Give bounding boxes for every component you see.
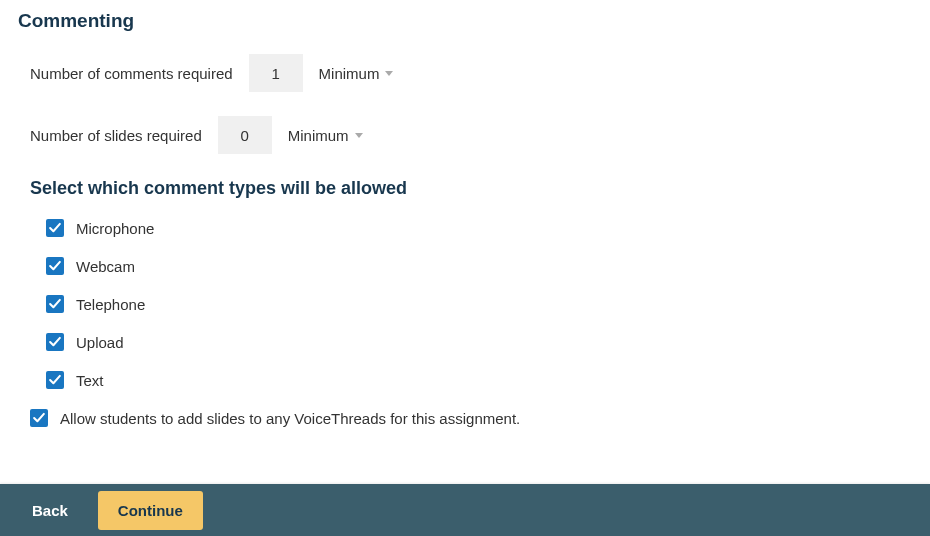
slides-mode-dropdown[interactable]: Minimum xyxy=(288,127,363,144)
slides-mode-label: Minimum xyxy=(288,127,349,144)
check-icon xyxy=(49,222,62,235)
check-icon xyxy=(49,336,62,349)
text-label: Text xyxy=(76,372,104,389)
comments-required-row: Number of comments required Minimum xyxy=(30,54,912,92)
check-icon xyxy=(49,260,62,273)
slides-required-label: Number of slides required xyxy=(30,127,202,144)
slides-required-row: Number of slides required Minimum xyxy=(30,116,912,154)
upload-label: Upload xyxy=(76,334,124,351)
telephone-label: Telephone xyxy=(76,296,145,313)
chevron-down-icon xyxy=(385,71,393,76)
comments-required-input[interactable] xyxy=(249,54,303,92)
slides-required-input[interactable] xyxy=(218,116,272,154)
telephone-row: Telephone xyxy=(46,295,912,313)
upload-row: Upload xyxy=(46,333,912,351)
microphone-row: Microphone xyxy=(46,219,912,237)
allow-slides-checkbox[interactable] xyxy=(30,409,48,427)
comment-types-heading: Select which comment types will be allow… xyxy=(30,178,912,199)
webcam-label: Webcam xyxy=(76,258,135,275)
commenting-heading: Commenting xyxy=(18,10,912,32)
upload-checkbox[interactable] xyxy=(46,333,64,351)
webcam-checkbox[interactable] xyxy=(46,257,64,275)
text-checkbox[interactable] xyxy=(46,371,64,389)
check-icon xyxy=(49,298,62,311)
check-icon xyxy=(49,374,62,387)
allow-slides-label: Allow students to add slides to any Voic… xyxy=(60,410,520,427)
allow-slides-row: Allow students to add slides to any Voic… xyxy=(30,409,912,427)
microphone-label: Microphone xyxy=(76,220,154,237)
back-button[interactable]: Back xyxy=(32,502,68,519)
comment-types-list: Microphone Webcam Telephone Upload Text xyxy=(46,219,912,389)
comments-mode-dropdown[interactable]: Minimum xyxy=(319,65,394,82)
telephone-checkbox[interactable] xyxy=(46,295,64,313)
comments-required-label: Number of comments required xyxy=(30,65,233,82)
text-row: Text xyxy=(46,371,912,389)
webcam-row: Webcam xyxy=(46,257,912,275)
chevron-down-icon xyxy=(355,133,363,138)
footer-bar: Back Continue xyxy=(0,484,930,536)
microphone-checkbox[interactable] xyxy=(46,219,64,237)
comments-mode-label: Minimum xyxy=(319,65,380,82)
check-icon xyxy=(33,412,46,425)
continue-button[interactable]: Continue xyxy=(98,491,203,530)
